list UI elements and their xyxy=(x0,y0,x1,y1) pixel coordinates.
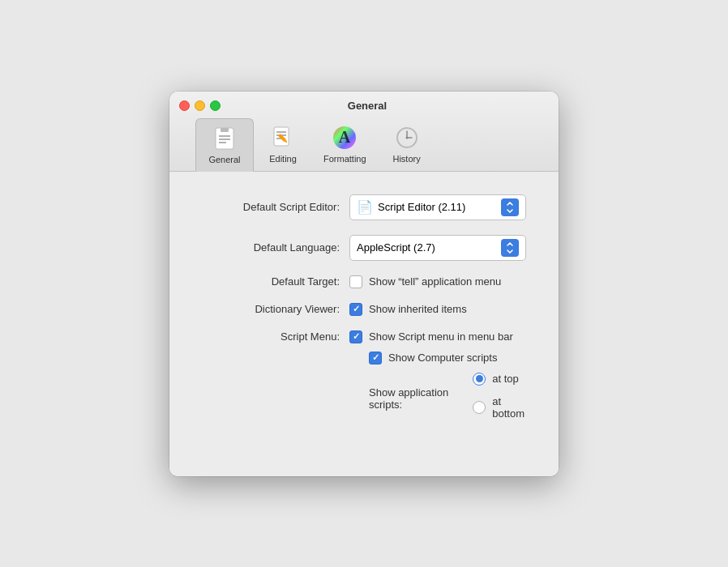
default-target-row: Default Target: Show “tell” application … xyxy=(202,275,526,288)
dictionary-viewer-control: Show inherited items xyxy=(349,303,526,316)
default-language-label: Default Language: xyxy=(202,241,340,254)
editing-icon xyxy=(268,123,298,152)
window-title: General xyxy=(230,100,504,112)
at-bottom-radio[interactable] xyxy=(473,401,486,414)
dictionary-viewer-wrapper: Show inherited items xyxy=(349,303,526,316)
default-language-value: AppleScript (2.7) xyxy=(357,241,435,254)
default-target-control: Show “tell” application menu xyxy=(349,275,526,288)
traffic-lights xyxy=(179,100,221,111)
at-top-label: at top xyxy=(492,373,519,385)
dropdown-chevron-icon xyxy=(501,198,519,216)
default-target-check-label: Show “tell” application menu xyxy=(369,275,501,288)
title-bar: General General xyxy=(169,92,559,172)
default-target-wrapper: Show “tell” application menu xyxy=(349,275,526,288)
default-script-editor-dropdown[interactable]: 📄 Script Editor (2.11) xyxy=(349,194,526,220)
zoom-button[interactable] xyxy=(210,100,221,111)
at-bottom-radio-wrapper: at bottom xyxy=(473,395,526,420)
default-language-control: AppleScript (2.7) xyxy=(349,235,526,261)
tab-general-label: General xyxy=(208,155,240,164)
show-script-menu-label: Show Script menu in menu bar xyxy=(369,330,513,343)
dictionary-viewer-label: Dictionary Viewer: xyxy=(202,303,340,315)
svg-text:A: A xyxy=(339,128,351,146)
show-script-menu-row: Show Script menu in menu bar xyxy=(349,330,526,343)
default-script-editor-value: Script Editor (2.11) xyxy=(378,201,465,213)
general-icon xyxy=(210,124,239,153)
tab-editing[interactable]: Editing xyxy=(254,118,312,171)
tab-history[interactable]: History xyxy=(378,118,436,171)
default-target-checkbox[interactable] xyxy=(349,275,362,288)
show-script-menu-checkbox[interactable] xyxy=(349,330,362,343)
at-bottom-label: at bottom xyxy=(492,395,526,420)
app-scripts-radio-group: at top at bottom xyxy=(473,373,526,424)
default-script-editor-label: Default Script Editor: xyxy=(202,201,340,213)
show-computer-scripts-checkbox[interactable] xyxy=(369,352,382,364)
tab-editing-label: Editing xyxy=(269,154,297,164)
default-script-editor-row: Default Script Editor: 📄 Script Editor (… xyxy=(202,194,526,220)
script-menu-label: Script Menu: xyxy=(202,330,340,343)
show-app-scripts-row: Show application scripts: at top at bott… xyxy=(369,373,526,424)
tab-history-label: History xyxy=(392,154,420,164)
tab-formatting-label: Formatting xyxy=(323,154,366,164)
dictionary-viewer-check-label: Show inherited items xyxy=(369,303,467,315)
show-app-scripts-label: Show application scripts: xyxy=(369,386,466,411)
show-computer-scripts-wrapper: Show Computer scripts xyxy=(369,352,497,364)
formatting-icon: A xyxy=(330,123,359,152)
show-computer-scripts-row: Show Computer scripts xyxy=(369,352,526,364)
default-language-row: Default Language: AppleScript (2.7) xyxy=(202,235,526,261)
script-menu-row: Script Menu: Show Script menu in menu ba… xyxy=(202,330,526,433)
default-target-label: Default Target: xyxy=(202,275,340,288)
default-language-dropdown[interactable]: AppleScript (2.7) xyxy=(349,235,526,261)
language-dropdown-chevron-icon xyxy=(501,239,519,257)
minimize-button[interactable] xyxy=(195,100,205,111)
history-icon xyxy=(392,123,422,152)
tab-general[interactable]: General xyxy=(195,118,254,172)
svg-rect-1 xyxy=(221,128,229,132)
at-top-radio-wrapper: at top xyxy=(473,373,526,386)
default-script-editor-control: 📄 Script Editor (2.11) xyxy=(349,194,526,220)
dictionary-viewer-checkbox[interactable] xyxy=(349,303,362,316)
script-menu-control: Show Script menu in menu bar Show Comput… xyxy=(349,330,526,433)
show-script-menu-wrapper: Show Script menu in menu bar xyxy=(349,330,513,343)
show-computer-scripts-label: Show Computer scripts xyxy=(388,352,497,364)
at-top-radio[interactable] xyxy=(473,373,486,386)
script-editor-icon: 📄 xyxy=(357,199,373,215)
app-scripts-wrapper: Show application scripts: at top at bott… xyxy=(369,373,526,424)
close-button[interactable] xyxy=(179,100,190,111)
preferences-window: General General xyxy=(169,92,559,476)
dictionary-viewer-row: Dictionary Viewer: Show inherited items xyxy=(202,303,526,316)
content-area: Default Script Editor: 📄 Script Editor (… xyxy=(169,172,559,476)
toolbar: General Editing xyxy=(179,118,549,171)
tab-formatting[interactable]: A Formatting xyxy=(312,118,378,171)
